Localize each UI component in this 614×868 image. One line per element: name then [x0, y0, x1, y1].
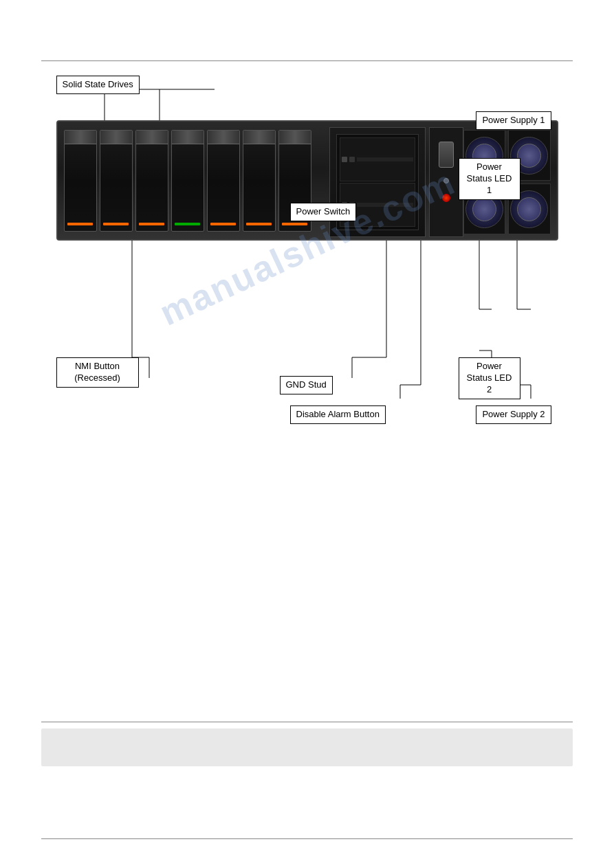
drive-bay-2	[100, 130, 133, 232]
drive-bay-handle-7	[279, 131, 311, 144]
drive-bay-handle-4	[172, 131, 204, 144]
diagram-area: Solid State Drives Power Switch Power Su…	[50, 69, 565, 399]
label-disable-alarm: Disable Alarm Button	[290, 405, 386, 424]
label-power-status-led-2: Power Status LED 2	[459, 357, 520, 399]
label-power-status-led-1: Power Status LED 1	[459, 158, 520, 200]
label-gnd-stud: GND Stud	[280, 376, 333, 394]
label-power-switch: Power Switch	[290, 203, 357, 221]
drive-bay-handle-5	[208, 131, 239, 144]
drive-bay-handle-3	[136, 131, 168, 144]
drive-bay-handle-6	[243, 131, 275, 144]
power-led-red-visual	[442, 194, 450, 202]
label-nmi-button: NMI Button (Recessed)	[56, 357, 139, 388]
gray-bar	[41, 728, 573, 766]
bottom-rule-2	[41, 838, 573, 839]
drive-bay-handle-1	[65, 131, 96, 144]
drive-bay-4	[171, 130, 204, 232]
drive-bays-container	[61, 127, 322, 237]
drive-bay-1	[64, 130, 97, 232]
label-power-supply-1: Power Supply 1	[476, 111, 551, 130]
power-switch-visual	[439, 142, 454, 168]
label-power-supply-2: Power Supply 2	[476, 405, 551, 424]
drive-bay-5	[207, 130, 240, 232]
label-solid-state-drives: Solid State Drives	[56, 76, 140, 94]
drive-bay-6	[243, 130, 276, 232]
page-container: Solid State Drives Power Switch Power Su…	[0, 0, 614, 868]
drive-bay-3	[135, 130, 168, 232]
bottom-rule-1	[41, 722, 573, 722]
diagram-section: Solid State Drives Power Switch Power Su…	[41, 69, 573, 412]
drive-bay-handle-2	[100, 131, 132, 144]
top-rule	[41, 60, 573, 61]
